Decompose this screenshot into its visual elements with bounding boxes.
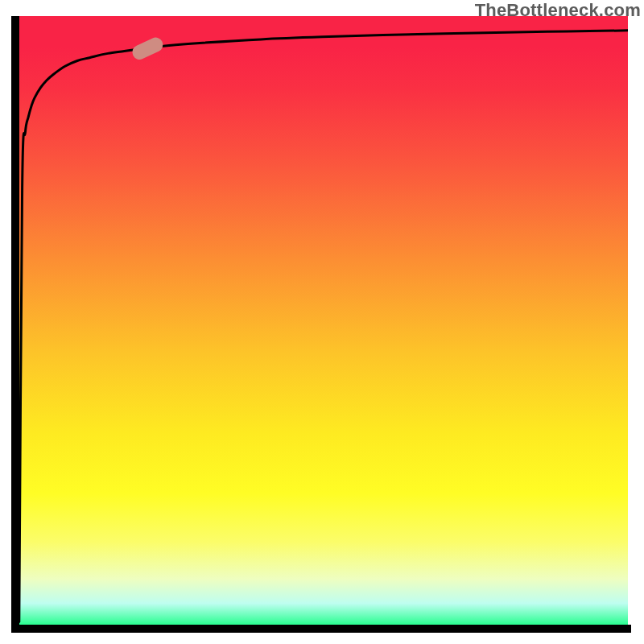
x-axis: [11, 625, 631, 633]
y-axis: [11, 16, 19, 628]
chart-root: TheBottleneck.com: [0, 0, 644, 644]
watermark-text: TheBottleneck.com: [475, 0, 641, 21]
chart-axes: [0, 0, 644, 644]
